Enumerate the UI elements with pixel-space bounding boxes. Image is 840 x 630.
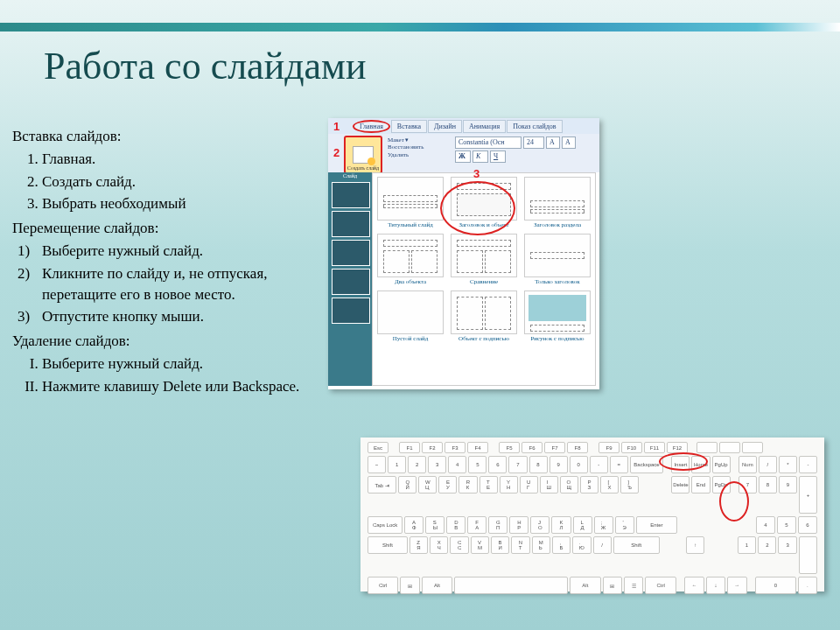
key-tilde[interactable]: ~ [368,456,386,473]
key-d[interactable]: DВ [446,516,466,534]
key-v[interactable]: VМ [471,536,489,554]
key-num9[interactable]: 9 [779,476,797,494]
key-p[interactable]: PЗ [580,476,598,494]
key-num6[interactable]: 6 [798,516,817,534]
key-3[interactable]: 3 [428,456,446,473]
key-win-right[interactable]: ⊞ [603,577,622,594]
key-num2[interactable]: 2 [758,536,776,554]
key-up[interactable]: ↑ [686,536,704,554]
key-alt-right[interactable]: Alt [570,577,600,594]
key-b[interactable]: BИ [491,536,509,554]
slide-thumbnail[interactable] [332,269,370,295]
key-minus[interactable]: - [590,456,608,473]
key-shift-right[interactable]: Shift [613,536,660,554]
key-equals[interactable]: = [610,456,628,473]
layout-option[interactable]: Объект с подписью [450,290,518,342]
tab-home[interactable]: Главная [353,120,390,133]
key-menu[interactable]: ☰ [624,577,643,594]
key-n[interactable]: NТ [511,536,529,554]
key-8[interactable]: 8 [529,456,548,473]
font-grow-button[interactable]: A [546,136,560,149]
key-r[interactable]: RК [458,476,477,494]
key-numdec[interactable]: . [798,577,817,594]
key-num0[interactable]: 0 [755,577,796,594]
key-tab[interactable]: Tab ⇥ [368,476,396,494]
layout-option[interactable]: Пустой слайд [376,290,444,342]
key-esc[interactable]: Esc [368,442,388,453]
key-down[interactable]: ↓ [706,577,725,594]
key-6[interactable]: 6 [488,456,507,473]
new-slide-button[interactable]: Создать слайд [344,136,382,174]
key-m[interactable]: MЬ [532,536,550,554]
key-lbracket[interactable]: [Х [600,476,619,494]
key-space[interactable] [454,577,568,594]
slide-thumbnail[interactable] [332,298,370,324]
cmd-delete[interactable]: Удалить [388,151,449,158]
tab-animation[interactable]: Анимация [463,120,506,133]
layout-option[interactable]: Заголовок и объект [450,177,518,228]
key-f[interactable]: FА [467,516,486,534]
key-f4[interactable]: F4 [467,442,488,453]
key-9[interactable]: 9 [550,456,568,473]
key-alt-left[interactable]: Alt [422,577,452,594]
key-pause[interactable] [742,442,763,453]
key-f6[interactable]: F6 [522,442,542,453]
layout-option[interactable]: Заголовок раздела [523,177,592,228]
key-numenter[interactable] [799,536,817,574]
key-numlock[interactable]: Num [738,456,757,473]
key-scrlk[interactable] [719,442,740,453]
key-4[interactable]: 4 [448,456,466,473]
key-j[interactable]: JО [530,516,550,534]
key-c[interactable]: CС [450,536,468,554]
key-capslock[interactable]: Caps Lock [368,516,402,534]
key-pgup[interactable]: PgUp [712,456,731,473]
key-f10[interactable]: F10 [621,442,642,453]
tab-design[interactable]: Дизайн [428,120,462,133]
key-num5[interactable]: 5 [777,516,796,534]
key-y[interactable]: YН [500,476,518,494]
key-f8[interactable]: F8 [567,442,588,453]
key-prtsc[interactable] [696,442,718,453]
slide-thumbnail[interactable] [332,182,370,208]
key-num4[interactable]: 4 [756,516,775,534]
key-1[interactable]: 1 [388,456,406,473]
key-f11[interactable]: F11 [644,442,665,453]
key-numdiv[interactable]: / [759,456,777,473]
key-2[interactable]: 2 [408,456,426,473]
key-e[interactable]: EУ [438,476,457,494]
key-f3[interactable]: F3 [444,442,466,453]
key-u[interactable]: UГ [520,476,538,494]
key-f5[interactable]: F5 [499,442,520,453]
key-t[interactable]: TЕ [480,476,498,494]
layout-option[interactable]: Рисунок с подписью [523,290,592,342]
tab-insert[interactable]: Вставка [391,120,427,133]
key-numadd[interactable]: + [799,476,817,514]
key-delete[interactable]: Delete [671,476,690,494]
key-a[interactable]: AФ [404,516,424,534]
key-backspace[interactable]: Backspace [630,456,663,473]
key-quote[interactable]: 'Э [615,516,634,534]
key-f2[interactable]: F2 [422,442,443,453]
layout-option[interactable]: Сравнение [450,234,518,285]
key-ctrl-left[interactable]: Ctrl [368,577,398,594]
key-num8[interactable]: 8 [759,476,777,494]
key-right[interactable]: → [727,577,746,594]
layout-option[interactable]: Титульный слайд [376,177,444,228]
key-q[interactable]: QЙ [398,476,416,494]
key-7[interactable]: 7 [508,456,527,473]
key-f7[interactable]: F7 [544,442,565,453]
key-i[interactable]: IШ [540,476,558,494]
key-0[interactable]: 0 [570,456,588,473]
key-win-left[interactable]: ⊞ [400,577,419,594]
key-h[interactable]: HР [509,516,528,534]
font-size-select[interactable]: 24 [523,136,544,149]
key-x[interactable]: XЧ [430,536,448,554]
font-name-select[interactable]: Constantia (Осн [455,136,522,149]
cmd-layout[interactable]: Макет ▾ [388,136,449,144]
key-5[interactable]: 5 [468,456,486,473]
key-comma[interactable]: ,Б [552,536,570,554]
key-f1[interactable]: F1 [399,442,420,453]
key-s[interactable]: SЫ [425,516,444,534]
key-num3[interactable]: 3 [778,536,796,554]
bold-button[interactable]: Ж [455,150,471,163]
